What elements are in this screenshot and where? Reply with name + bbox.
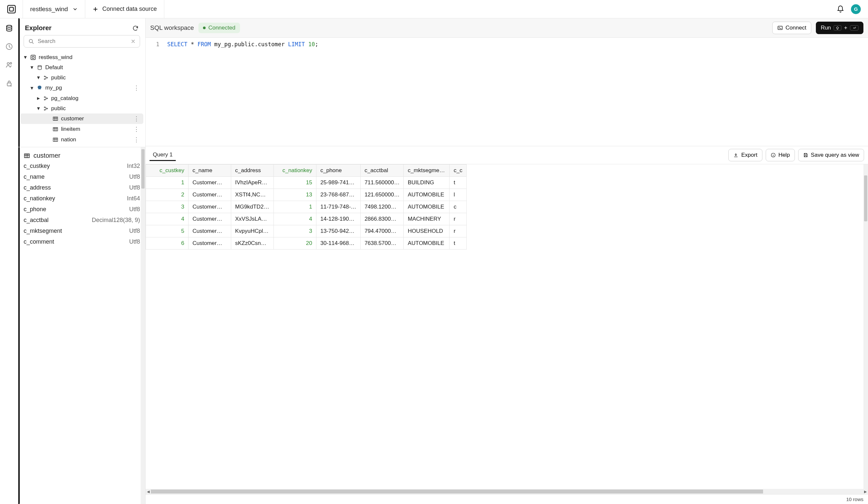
help-button[interactable]: Help [766, 149, 795, 161]
tree-table-nation[interactable]: nation ⋮ [20, 134, 143, 145]
cell: r [450, 225, 466, 237]
connect-data-source-label: Connect data source [102, 6, 157, 12]
tree-project[interactable]: ▾ restless_wind [20, 52, 143, 62]
svg-point-10 [38, 65, 42, 66]
cell: 13 [274, 189, 317, 201]
table-row[interactable]: 4Customer…XxVSJsLA…414-128-190…2866.8300… [146, 213, 467, 225]
svg-rect-24 [778, 26, 783, 30]
table-row[interactable]: 6Customer…sKZz0Csn…2030-114-968…7638.570… [146, 237, 467, 249]
cell: Customer… [188, 201, 231, 213]
results-v-scrollbar[interactable] [864, 164, 868, 489]
database-icon [37, 65, 43, 71]
column-header[interactable]: c_address [231, 165, 274, 177]
cell: 11-719-748-… [317, 201, 361, 213]
scroll-left-icon[interactable]: ◀ [146, 490, 151, 494]
table-row[interactable]: 3Customer…MG9kdTD2…111-719-748-…7498.120… [146, 201, 467, 213]
column-detail-row: c_acctbalDecimal128(38, 9) [24, 217, 140, 224]
column-header[interactable]: c_c [450, 165, 466, 177]
refresh-icon[interactable] [132, 25, 139, 31]
column-name: c_mktsegment [24, 228, 62, 235]
tree-schema-my-pg-public[interactable]: ▾ public [20, 103, 143, 113]
token-semi: ; [315, 41, 318, 48]
clear-search-icon[interactable] [131, 39, 136, 44]
search-icon [28, 38, 34, 44]
run-button[interactable]: Run + [816, 22, 864, 34]
table-row[interactable]: 1Customer…IVhzIApeR…1525-989-741…711.560… [146, 177, 467, 189]
project-selector[interactable]: restless_wind [23, 0, 85, 18]
cell: Customer… [188, 177, 231, 189]
tree-table-nation-label: nation [61, 136, 130, 143]
app-logo[interactable] [0, 0, 23, 18]
cell: 25-989-741… [317, 177, 361, 189]
explorer-title: Explorer [25, 24, 51, 32]
project-name: restless_wind [30, 6, 68, 13]
connect-data-source-button[interactable]: Connect data source [85, 0, 164, 18]
rail-users-icon[interactable] [4, 60, 14, 70]
line-number: 1 [156, 41, 159, 48]
tree-table-customer[interactable]: customer ⋮ [20, 113, 143, 124]
more-icon[interactable]: ⋮ [132, 84, 141, 92]
column-name: c_name [24, 174, 44, 181]
token-table: my_pg.public.customer [211, 41, 288, 48]
cell: AUTOMOBILE [404, 189, 450, 201]
more-icon[interactable]: ⋮ [132, 126, 141, 133]
cell: KvpyuHCpl… [231, 225, 274, 237]
rail-data-icon[interactable] [4, 24, 14, 33]
tab-query-1[interactable]: Query 1 [149, 150, 176, 161]
explorer-search[interactable] [24, 35, 140, 48]
run-button-label: Run [821, 24, 831, 31]
cell: 3 [274, 225, 317, 237]
svg-point-18 [44, 109, 45, 110]
column-type: Int32 [127, 163, 140, 169]
tree-schema-pg-catalog[interactable]: ▸ pg_catalog [20, 93, 143, 103]
cell: sKZz0Csn… [231, 237, 274, 249]
rail-history-icon[interactable] [4, 42, 14, 51]
details-scrollbar[interactable] [141, 147, 145, 504]
export-button[interactable]: Export [728, 149, 762, 161]
save-view-button[interactable]: Save query as view [798, 149, 864, 161]
column-header[interactable]: c_nationkey [274, 165, 317, 177]
cell: 13-750-942… [317, 225, 361, 237]
details-table-name: customer [33, 152, 60, 160]
svg-point-15 [44, 99, 45, 100]
scrollbar-thumb[interactable] [864, 175, 867, 222]
svg-point-5 [10, 63, 11, 64]
tree-db-my-pg[interactable]: ▾ my_pg ⋮ [20, 83, 143, 93]
more-icon[interactable]: ⋮ [132, 115, 141, 122]
table-row[interactable]: 5Customer…KvpyuHCpl…313-750-942…794.4700… [146, 225, 467, 237]
terminal-icon [777, 25, 783, 31]
scrollbar-thumb[interactable] [151, 490, 763, 494]
column-header[interactable]: c_custkey [146, 165, 188, 177]
column-detail-row: c_commentUtf8 [24, 238, 140, 245]
sql-editor[interactable]: 1 SELECT * FROM my_pg.public.customer LI… [146, 38, 868, 146]
search-input[interactable] [38, 38, 127, 44]
cell: 1 [146, 177, 188, 189]
cell: 794.47000… [360, 225, 404, 237]
svg-rect-22 [53, 138, 58, 142]
bell-icon[interactable] [837, 5, 844, 13]
row-count: 10 rows [846, 496, 864, 502]
results-h-scrollbar[interactable]: ◀ ▶ [146, 489, 868, 494]
column-detail-row: c_mktsegmentUtf8 [24, 228, 140, 235]
tree-table-lineitem[interactable]: lineitem ⋮ [20, 124, 143, 134]
column-header[interactable]: c_acctbal [360, 165, 404, 177]
column-type: Utf8 [129, 228, 140, 235]
column-header[interactable]: c_name [188, 165, 231, 177]
avatar[interactable]: G [851, 4, 861, 14]
svg-point-16 [47, 98, 48, 99]
column-header[interactable]: c_mktsegme… [404, 165, 450, 177]
table-row[interactable]: 2Customer…XSTf4,NC…1323-768-687…121.6500… [146, 189, 467, 201]
tree-db-default[interactable]: ▾ Default [20, 62, 143, 72]
rail-security-icon[interactable] [4, 79, 14, 88]
svg-rect-21 [53, 127, 58, 131]
column-name: c_acctbal [24, 217, 49, 224]
scrollbar-thumb[interactable] [141, 149, 145, 188]
tree-schema-default-public[interactable]: ▾ public [20, 72, 143, 83]
scroll-right-icon[interactable]: ▶ [863, 490, 868, 494]
more-icon[interactable]: ⋮ [132, 136, 141, 143]
tree-schema-my-pg-public-label: public [51, 105, 141, 112]
column-header[interactable]: c_phone [317, 165, 361, 177]
connect-button[interactable]: Connect [772, 22, 811, 34]
column-name: c_nationkey [24, 195, 55, 202]
avatar-initial: G [854, 6, 858, 12]
